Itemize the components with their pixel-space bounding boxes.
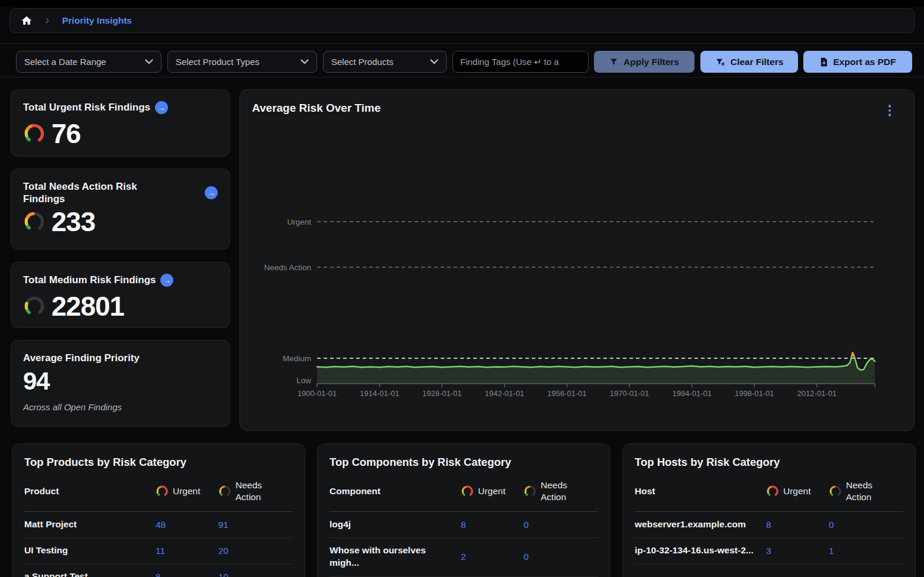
stat-value: 94 bbox=[23, 369, 50, 394]
products-select[interactable]: Select Products bbox=[323, 51, 447, 73]
x-tick-label: 1928-01-01 bbox=[422, 389, 462, 398]
stat-card-subtitle: Across all Open Findings bbox=[23, 402, 218, 412]
y-axis-label: Urgent bbox=[287, 218, 311, 226]
breadcrumb-current-page[interactable]: Priority Insights bbox=[62, 15, 132, 26]
table-body: webserver1.example.com80ip-10-32-134-16.… bbox=[623, 512, 915, 564]
clear-filters-label: Clear Filters bbox=[731, 57, 784, 67]
table-header: Component Urgent Needs Action bbox=[329, 472, 598, 512]
home-icon[interactable] bbox=[21, 15, 33, 27]
apply-filters-label: Apply Filters bbox=[623, 57, 679, 67]
table-title: Top Products by Risk Category bbox=[12, 444, 305, 472]
gauge-icon bbox=[218, 485, 231, 498]
table-body: log4j80Whose with ourselves migh...20 bbox=[318, 512, 610, 576]
kebab-menu-icon[interactable] bbox=[884, 103, 895, 118]
gauge-icon bbox=[461, 485, 474, 498]
chevron-down-icon bbox=[301, 59, 309, 64]
gauge-icon bbox=[524, 485, 537, 498]
row-name: ip-10-32-134-16.us-west-2... bbox=[635, 544, 766, 557]
column-header: Needs Action bbox=[541, 479, 577, 503]
urgent-count-link[interactable]: 11 bbox=[156, 546, 218, 556]
needs-action-count-link[interactable]: 1 bbox=[829, 546, 903, 556]
arrow-right-circle-icon[interactable]: → bbox=[205, 186, 218, 199]
gauge-icon bbox=[766, 485, 779, 498]
products-label: Select Products bbox=[331, 57, 393, 67]
arrow-right-circle-icon[interactable]: → bbox=[160, 274, 173, 287]
risk-over-time-chart: UrgentNeeds ActionMediumLow1900-01-01191… bbox=[240, 90, 915, 432]
priority-insights-dashboard: { "colors": { "accent_blue": "#5e8bf5", … bbox=[0, 0, 924, 577]
needs-action-count-link[interactable]: 0 bbox=[829, 520, 903, 530]
chevron-down-icon bbox=[145, 59, 153, 64]
x-tick-label: 1998-01-01 bbox=[735, 389, 774, 398]
needs-action-count-link[interactable]: 10 bbox=[218, 572, 293, 577]
arrow-right-circle-icon[interactable]: → bbox=[155, 101, 168, 114]
x-tick-label: 1914-01-01 bbox=[360, 389, 399, 398]
table-row: log4j80 bbox=[329, 512, 598, 538]
table-row: UI Testing1120 bbox=[24, 538, 293, 564]
stat-card-avg-priority: Average Finding Priority 94 Across all O… bbox=[11, 340, 230, 427]
table-title: Top Hosts by Risk Category bbox=[623, 444, 915, 472]
top-components-table: Top Components by Risk Category Componen… bbox=[317, 443, 610, 577]
stat-card-title: Total Urgent Risk Findings bbox=[23, 101, 150, 114]
table-row: webserver1.example.com80 bbox=[635, 512, 903, 538]
risk-area-fill bbox=[317, 353, 875, 384]
row-name: log4j bbox=[329, 518, 461, 531]
export-pdf-button[interactable]: Export as PDF bbox=[803, 51, 912, 73]
stat-card-medium: Total Medium Risk Findings → 22801 bbox=[11, 262, 230, 328]
apply-filters-button[interactable]: Apply Filters bbox=[594, 51, 694, 73]
stat-value: 233 bbox=[51, 208, 95, 235]
chevron-right-icon bbox=[43, 17, 51, 25]
product-types-select[interactable]: Select Product Types bbox=[167, 51, 317, 73]
column-header: Urgent bbox=[478, 486, 506, 497]
top-strip bbox=[0, 0, 924, 7]
gauge-icon bbox=[23, 295, 46, 317]
urgent-count-link[interactable]: 2 bbox=[461, 552, 524, 562]
needs-action-count-link[interactable]: 91 bbox=[218, 520, 293, 530]
needs-action-count-link[interactable]: 20 bbox=[218, 546, 293, 556]
stat-card-title: Total Needs Action Risk Findings bbox=[23, 180, 171, 206]
stat-value: 22801 bbox=[51, 293, 124, 320]
row-name: Whose with ourselves migh... bbox=[329, 544, 461, 569]
column-header: Component bbox=[329, 486, 461, 497]
x-tick-label: 1970-01-01 bbox=[610, 389, 650, 398]
column-header: Needs Action bbox=[846, 479, 883, 503]
gauge-icon bbox=[156, 485, 169, 498]
table-row: Whose with ourselves migh...20 bbox=[329, 538, 598, 576]
column-header: Urgent bbox=[783, 486, 811, 497]
clear-filters-button[interactable]: Clear Filters bbox=[700, 51, 798, 73]
finding-tags-input[interactable] bbox=[453, 51, 589, 73]
row-name: a Support Test bbox=[24, 570, 156, 577]
y-axis-label: Medium bbox=[283, 354, 311, 363]
row-name: Matt Project bbox=[24, 518, 156, 531]
table-row: Matt Project4891 bbox=[24, 512, 293, 538]
urgent-count-link[interactable]: 8 bbox=[156, 572, 218, 577]
file-download-icon bbox=[820, 57, 828, 67]
stat-card-title: Average Finding Priority bbox=[23, 352, 140, 364]
x-tick-label: 1956-01-01 bbox=[547, 389, 587, 398]
urgent-count-link[interactable]: 8 bbox=[766, 520, 829, 530]
gauge-icon bbox=[23, 122, 46, 145]
column-header: Product bbox=[24, 486, 156, 497]
needs-action-count-link[interactable]: 0 bbox=[524, 552, 598, 562]
needs-action-count-link[interactable]: 0 bbox=[524, 520, 598, 530]
chevron-down-icon bbox=[430, 59, 438, 64]
filter-bar: Select a Date Range Select Product Types… bbox=[0, 43, 924, 77]
urgent-count-link[interactable]: 48 bbox=[156, 520, 218, 530]
stat-card-title: Total Medium Risk Findings bbox=[23, 274, 156, 286]
avg-risk-chart-panel: UrgentNeeds ActionMediumLow1900-01-01191… bbox=[240, 89, 915, 431]
urgent-count-link[interactable]: 8 bbox=[461, 520, 524, 530]
row-name: webserver1.example.com bbox=[635, 518, 766, 531]
filter-x-icon bbox=[715, 57, 725, 67]
column-header: Needs Action bbox=[235, 479, 272, 503]
table-row: ip-10-32-134-16.us-west-2...31 bbox=[635, 538, 903, 564]
stat-card-needs-action: Total Needs Action Risk Findings → 233 bbox=[11, 168, 230, 249]
chart-title: Average Risk Over Time bbox=[252, 102, 381, 115]
table-header: Product Urgent Needs Action bbox=[24, 472, 293, 512]
y-axis-label: Needs Action bbox=[264, 263, 311, 272]
gauge-icon bbox=[23, 210, 46, 233]
x-tick-label: 1942-01-01 bbox=[485, 389, 525, 398]
urgent-count-link[interactable]: 3 bbox=[766, 546, 829, 556]
y-axis-label: Low bbox=[296, 376, 311, 385]
table-title: Top Components by Risk Category bbox=[318, 444, 610, 472]
gauge-icon bbox=[829, 485, 842, 498]
date-range-select[interactable]: Select a Date Range bbox=[16, 51, 161, 73]
